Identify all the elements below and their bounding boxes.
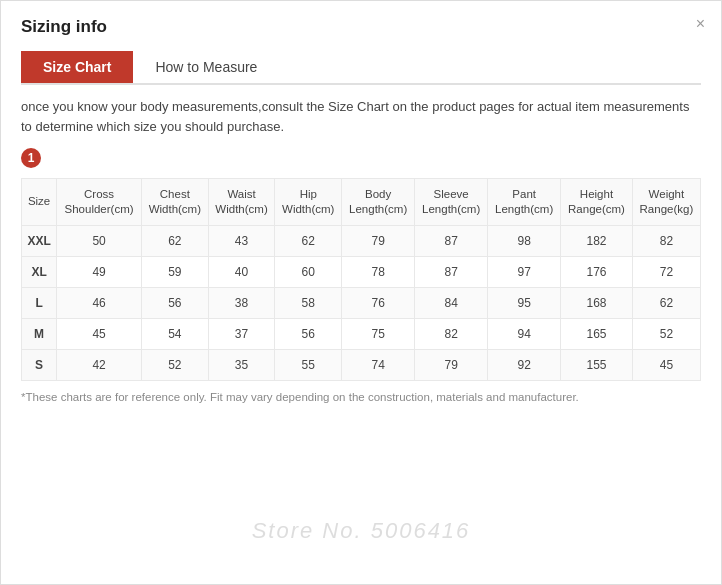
value-cell: 38 bbox=[208, 287, 275, 318]
step-badge: 1 bbox=[21, 148, 41, 168]
value-cell: 98 bbox=[488, 225, 561, 256]
watermark-text: Store No. 5006416 bbox=[252, 518, 471, 544]
value-cell: 58 bbox=[275, 287, 342, 318]
value-cell: 52 bbox=[141, 349, 208, 380]
value-cell: 62 bbox=[141, 225, 208, 256]
table-header-cell: BodyLength(cm) bbox=[342, 179, 415, 226]
value-cell: 78 bbox=[342, 256, 415, 287]
value-cell: 45 bbox=[632, 349, 700, 380]
table-header-cell: WeightRange(kg) bbox=[632, 179, 700, 226]
table-header-row: SizeCrossShoulder(cm)ChestWidth(cm)Waist… bbox=[22, 179, 701, 226]
value-cell: 75 bbox=[342, 318, 415, 349]
size-cell: XL bbox=[22, 256, 57, 287]
value-cell: 79 bbox=[342, 225, 415, 256]
value-cell: 92 bbox=[488, 349, 561, 380]
table-header-cell: HeightRange(cm) bbox=[561, 179, 633, 226]
value-cell: 42 bbox=[57, 349, 142, 380]
value-cell: 87 bbox=[415, 256, 488, 287]
table-header-cell: Size bbox=[22, 179, 57, 226]
value-cell: 45 bbox=[57, 318, 142, 349]
value-cell: 35 bbox=[208, 349, 275, 380]
close-button[interactable]: × bbox=[696, 15, 705, 33]
tab-how-to-measure[interactable]: How to Measure bbox=[133, 51, 279, 83]
value-cell: 82 bbox=[632, 225, 700, 256]
table-row: XL4959406078879717672 bbox=[22, 256, 701, 287]
tab-bar: Size Chart How to Measure bbox=[21, 51, 701, 85]
table-header-cell: HipWidth(cm) bbox=[275, 179, 342, 226]
size-cell: L bbox=[22, 287, 57, 318]
table-body: XXL5062436279879818282XL4959406078879717… bbox=[22, 225, 701, 380]
size-cell: XXL bbox=[22, 225, 57, 256]
value-cell: 56 bbox=[275, 318, 342, 349]
value-cell: 94 bbox=[488, 318, 561, 349]
value-cell: 46 bbox=[57, 287, 142, 318]
value-cell: 168 bbox=[561, 287, 633, 318]
value-cell: 95 bbox=[488, 287, 561, 318]
table-header-cell: SleeveLength(cm) bbox=[415, 179, 488, 226]
value-cell: 76 bbox=[342, 287, 415, 318]
panel-title: Sizing info bbox=[21, 17, 701, 37]
value-cell: 155 bbox=[561, 349, 633, 380]
value-cell: 79 bbox=[415, 349, 488, 380]
footnote-text: *These charts are for reference only. Fi… bbox=[21, 391, 701, 403]
value-cell: 43 bbox=[208, 225, 275, 256]
table-header-cell: PantLength(cm) bbox=[488, 179, 561, 226]
table-header-cell: ChestWidth(cm) bbox=[141, 179, 208, 226]
table-header-cell: WaistWidth(cm) bbox=[208, 179, 275, 226]
value-cell: 87 bbox=[415, 225, 488, 256]
table-row: XXL5062436279879818282 bbox=[22, 225, 701, 256]
tab-size-chart[interactable]: Size Chart bbox=[21, 51, 133, 83]
table-row: S4252355574799215545 bbox=[22, 349, 701, 380]
value-cell: 176 bbox=[561, 256, 633, 287]
value-cell: 182 bbox=[561, 225, 633, 256]
value-cell: 60 bbox=[275, 256, 342, 287]
value-cell: 40 bbox=[208, 256, 275, 287]
value-cell: 62 bbox=[275, 225, 342, 256]
value-cell: 97 bbox=[488, 256, 561, 287]
value-cell: 62 bbox=[632, 287, 700, 318]
value-cell: 84 bbox=[415, 287, 488, 318]
value-cell: 59 bbox=[141, 256, 208, 287]
table-header-cell: CrossShoulder(cm) bbox=[57, 179, 142, 226]
size-table: SizeCrossShoulder(cm)ChestWidth(cm)Waist… bbox=[21, 178, 701, 381]
value-cell: 52 bbox=[632, 318, 700, 349]
value-cell: 54 bbox=[141, 318, 208, 349]
table-row: L4656385876849516862 bbox=[22, 287, 701, 318]
description-text: once you know your body measurements,con… bbox=[21, 97, 701, 136]
value-cell: 72 bbox=[632, 256, 700, 287]
value-cell: 50 bbox=[57, 225, 142, 256]
value-cell: 74 bbox=[342, 349, 415, 380]
size-cell: S bbox=[22, 349, 57, 380]
value-cell: 56 bbox=[141, 287, 208, 318]
value-cell: 165 bbox=[561, 318, 633, 349]
value-cell: 37 bbox=[208, 318, 275, 349]
sizing-info-panel: Sizing info × Size Chart How to Measure … bbox=[0, 0, 722, 585]
table-row: M4554375675829416552 bbox=[22, 318, 701, 349]
value-cell: 49 bbox=[57, 256, 142, 287]
value-cell: 82 bbox=[415, 318, 488, 349]
size-cell: M bbox=[22, 318, 57, 349]
value-cell: 55 bbox=[275, 349, 342, 380]
